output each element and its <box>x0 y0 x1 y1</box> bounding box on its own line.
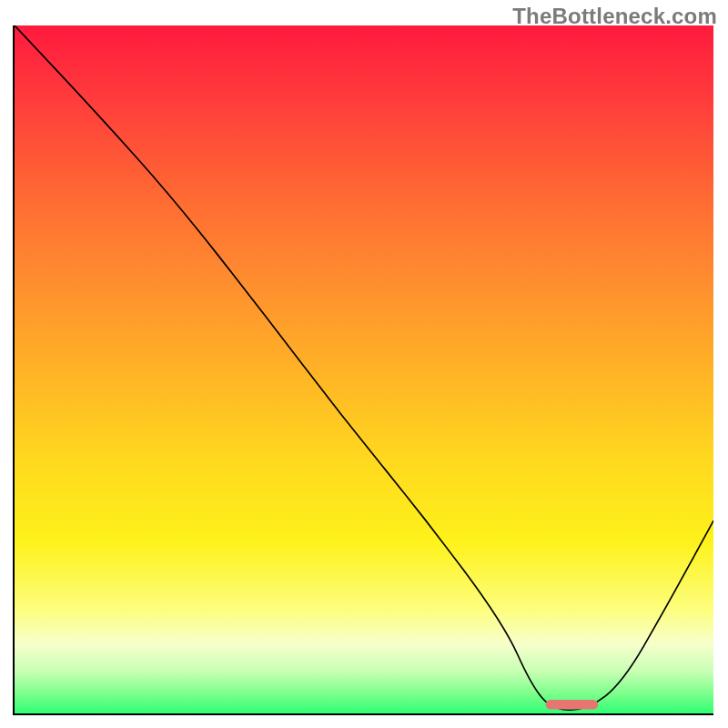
curve-svg <box>15 25 713 713</box>
plot-frame <box>13 25 713 715</box>
optimal-range-marker <box>546 700 599 710</box>
bottleneck-curve <box>15 25 713 710</box>
chart-container: TheBottleneck.com <box>0 0 728 728</box>
